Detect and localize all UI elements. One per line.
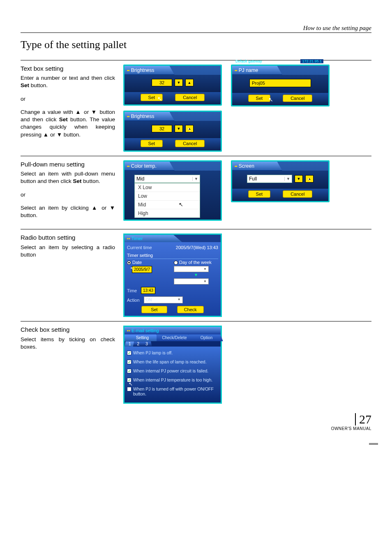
brightness2-value[interactable]: 32 <box>152 125 172 132</box>
panel-dots-icon: ▪▪ <box>127 114 129 119</box>
check-button[interactable]: Check <box>177 306 204 313</box>
brightness2-title: Brightness <box>131 113 154 119</box>
set-button[interactable]: Set <box>248 95 271 102</box>
timer-time-label: Time <box>127 288 137 293</box>
colortemp-select[interactable]: Mid ▼ <box>134 175 200 183</box>
check-item[interactable]: When PJ is turned off with power ON/OFF … <box>127 384 218 398</box>
timer-current-label: Current time <box>127 245 152 250</box>
pulldown-p1: Select an item with pull-down menu butto… <box>21 170 115 185</box>
timer-action-select[interactable]: ON▼ <box>144 296 183 303</box>
pulldown-p2: Select an item by clicking ▲ or ▼ button… <box>21 204 115 219</box>
colortemp-option[interactable]: High <box>135 209 200 217</box>
panel-dots-icon: ▪▪ <box>127 328 130 333</box>
panel-timer: ▪▪ Timer Current time 2005/9/7(Wed) 13:4… <box>123 234 222 317</box>
checkbox-icon <box>127 387 131 391</box>
colortemp-selected: Mid <box>136 176 144 182</box>
cancel-button[interactable]: Cancel <box>283 190 312 198</box>
timer-setting-label: Timer setting <box>127 253 218 259</box>
textbox-p2: Change a value with ▲ or ▼ button and th… <box>21 109 115 139</box>
chevron-down-icon: ▼ <box>284 177 290 181</box>
radio-date[interactable]: Date <box>127 260 171 265</box>
gateway-label: Default gateway <box>235 59 262 63</box>
checkbox-icon <box>127 351 131 355</box>
chevron-down-icon: ▼ <box>203 280 207 283</box>
colortemp-option[interactable]: Mid <box>135 200 200 209</box>
email-numtab-3[interactable]: 3 <box>141 341 152 347</box>
cancel-button[interactable]: Cancel <box>175 140 205 147</box>
chevron-down-icon: ▼ <box>192 177 198 181</box>
radio-heading: Radio button setting <box>21 234 115 242</box>
pjname-title: PJ name <box>239 67 258 73</box>
dow-select-2[interactable]: ▼ <box>174 278 209 284</box>
timer-time-value[interactable]: 13:43 <box>141 287 155 294</box>
page-footer: 27 OWNER'S MANUAL <box>331 413 371 431</box>
panel-dots-icon: ▪▪ <box>127 164 129 169</box>
pulldown-or: or <box>21 191 115 199</box>
check-item[interactable]: When internal PJ power circuit is failed… <box>127 366 218 375</box>
set-button[interactable]: Set <box>141 94 163 101</box>
page-title: Type of the setting pallet <box>21 39 371 51</box>
radio-p1: Select an item by selecting a radio butt… <box>21 244 115 259</box>
section-pulldown: Pull-down menu setting Select an item wi… <box>21 156 371 225</box>
textbox-or: or <box>21 95 115 103</box>
brightness1-value[interactable]: 32 <box>152 79 172 86</box>
email-tab-checkdelete[interactable]: Check/Delete <box>157 334 191 341</box>
cancel-button[interactable]: Cancel <box>175 94 205 101</box>
email-tab-setting[interactable]: Setting <box>125 334 159 341</box>
checkbox-icon <box>127 360 131 364</box>
set-button[interactable]: Set <box>141 140 163 147</box>
colortemp-options[interactable]: X Low Low Mid High ↖ <box>134 183 200 218</box>
screen-title: Screen <box>239 163 254 169</box>
panel-pjname: Default gateway 172.21.95.1 ▪▪ PJ name P… <box>231 65 330 106</box>
section-textbox: Text box setting Enter a number or text … <box>21 60 371 152</box>
screen-select[interactable]: Full ▼ <box>247 175 292 183</box>
up-arrow-button[interactable]: ▲↖ <box>305 175 314 183</box>
timer-action-label: Action <box>127 298 140 303</box>
section-radio: Radio button setting Select an item by s… <box>21 229 371 317</box>
panel-brightness-2: ▪▪ Brightness 32 ▼ ▲↖ Set Cancel <box>123 111 222 152</box>
screen-selected: Full <box>249 176 257 182</box>
panel-colortemp: ▪▪ Color temp. Mid ▼ X Low Low Mid High … <box>123 160 222 221</box>
gateway-value: 172.21.95.1 <box>300 59 323 63</box>
page-number: 27 <box>355 413 371 426</box>
dow-select[interactable]: ▼ <box>174 266 209 272</box>
language-side-tab: ENGLISH <box>369 443 378 445</box>
cursor-icon: ↖ <box>129 381 133 387</box>
radio-dot-icon <box>174 261 178 265</box>
panel-screen: ▪▪ Screen Full ▼ ▼ ▲↖ Set Cancel <box>231 160 330 202</box>
check-item[interactable]: When internal PJ temperature is too high… <box>127 375 218 384</box>
cursor-icon: ↖ <box>179 201 183 208</box>
checkbox-icon <box>127 369 131 373</box>
email-tab-option[interactable]: Option <box>189 334 223 341</box>
panel-dots-icon: ▪▪ <box>235 68 237 73</box>
email-title: E-mail setting <box>131 328 159 333</box>
check-item[interactable]: When the life span of lamp is reached. <box>127 357 218 366</box>
down-arrow-button[interactable]: ▼ <box>295 175 303 183</box>
down-arrow-button[interactable]: ▼ <box>175 79 183 86</box>
timer-title: Timer <box>131 236 143 241</box>
pulldown-heading: Pull-down menu setting <box>21 160 115 169</box>
chevron-down-icon: ▼ <box>203 267 207 271</box>
panel-brightness-1: ▪▪ Brightness 32 ▼ ▲ Set Cancel ↖ <box>123 65 222 106</box>
owners-manual-label: OWNER'S MANUAL <box>331 426 371 431</box>
timer-current-value: 2005/9/7(Wed) 13:43 <box>176 245 218 250</box>
check-item[interactable]: When PJ lamp is off. <box>127 348 218 357</box>
textbox-heading: Text box setting <box>21 65 115 73</box>
down-arrow-button[interactable]: ▼ <box>175 125 183 132</box>
green-down-arrow-icon: ▼ <box>174 273 218 277</box>
pjname-value[interactable]: Proj05 <box>249 79 311 87</box>
cancel-button[interactable]: Cancel <box>283 95 312 102</box>
checkbox-heading: Check box setting <box>21 326 115 334</box>
up-arrow-button[interactable]: ▲↖ <box>185 125 194 132</box>
colortemp-title: Color temp. <box>131 163 157 169</box>
up-arrow-button[interactable]: ▲ <box>185 79 194 86</box>
colortemp-option[interactable]: X Low <box>135 183 200 192</box>
panel-dots-icon: ▪▪ <box>235 164 237 169</box>
timer-date-value[interactable]: 2005/9/7 <box>132 266 152 273</box>
set-button[interactable]: Set <box>248 190 271 198</box>
panel-email: ▪▪ E-mail setting Setting Check/Delete O… <box>123 326 222 404</box>
radio-dow[interactable]: Day of the week <box>174 260 218 265</box>
set-button[interactable]: Set <box>141 306 167 313</box>
radio-dot-icon <box>127 261 131 265</box>
colortemp-option[interactable]: Low <box>135 192 200 200</box>
